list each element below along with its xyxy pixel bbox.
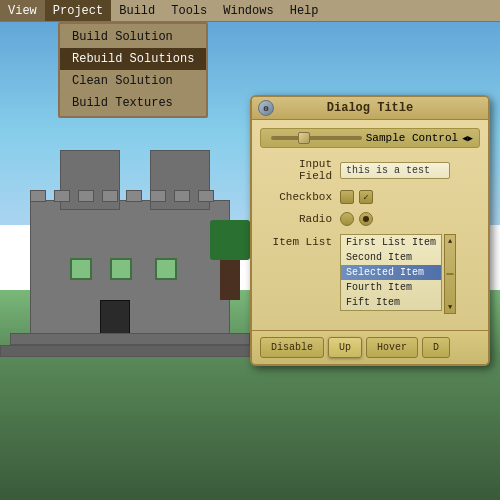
input-field-label: Input Field (260, 158, 332, 182)
dialog-icon: ⚙ (258, 100, 274, 116)
radio-selected[interactable] (359, 212, 373, 226)
menu-view[interactable]: View (0, 0, 45, 21)
project-dropdown: Build Solution Rebuild Solutions Clean S… (58, 22, 208, 118)
list-scrollbar[interactable]: ▲ ▼ (444, 234, 456, 314)
radio-row: Radio (260, 212, 480, 226)
dialog-body: Sample Control ◀▶ Input Field Checkbox R… (252, 120, 488, 330)
menu-build[interactable]: Build (111, 0, 163, 21)
list-item-1[interactable]: Second Item (341, 250, 441, 265)
dropdown-item-build-solution[interactable]: Build Solution (60, 26, 206, 48)
scroll-up-arrow[interactable]: ▲ (445, 235, 455, 247)
menu-tools[interactable]: Tools (163, 0, 215, 21)
scroll-thumb[interactable] (446, 273, 454, 275)
menubar: View Project Build Tools Windows Help (0, 0, 500, 22)
disable-button[interactable]: Disable (260, 337, 324, 358)
item-list-row: Item List First List Item Second Item Se… (260, 234, 480, 314)
slider-track[interactable] (271, 136, 362, 140)
item-list-label: Item List (260, 236, 332, 248)
list-item-3[interactable]: Fourth Item (341, 280, 441, 295)
sample-control-bar: Sample Control ◀▶ (260, 128, 480, 148)
radio-group (340, 212, 373, 226)
d-button[interactable]: D (422, 337, 450, 358)
dropdown-item-build-textures[interactable]: Build Textures (60, 92, 206, 114)
dropdown-item-rebuild-solutions[interactable]: Rebuild Solutions (60, 48, 206, 70)
radio-unselected[interactable] (340, 212, 354, 226)
menu-windows[interactable]: Windows (215, 0, 281, 21)
checkbox-unchecked[interactable] (340, 190, 354, 204)
sample-control-label: Sample Control (366, 132, 458, 144)
hover-button[interactable]: Hover (366, 337, 418, 358)
dialog-footer: Disable Up Hover D (252, 330, 488, 364)
radio-label: Radio (260, 213, 332, 225)
checkbox-row: Checkbox (260, 190, 480, 204)
input-field[interactable] (340, 162, 450, 179)
list-container: First List Item Second Item Selected Ite… (340, 234, 456, 314)
menu-project[interactable]: Project (45, 0, 111, 21)
scroll-down-arrow[interactable]: ▼ (445, 301, 455, 313)
checkbox-label: Checkbox (260, 191, 332, 203)
dialog-titlebar: ⚙ Dialog Title (252, 97, 488, 120)
item-list: First List Item Second Item Selected Ite… (340, 234, 442, 311)
sample-control-arrow[interactable]: ◀▶ (462, 133, 473, 144)
input-row: Input Field (260, 158, 480, 182)
slider-thumb[interactable] (298, 132, 310, 144)
up-button[interactable]: Up (328, 337, 362, 358)
checkbox-group (340, 190, 373, 204)
list-item-0[interactable]: First List Item (341, 235, 441, 250)
dialog: ⚙ Dialog Title Sample Control ◀▶ Input F… (250, 95, 490, 366)
list-item-2[interactable]: Selected Item (341, 265, 441, 280)
dropdown-item-clean-solution[interactable]: Clean Solution (60, 70, 206, 92)
dialog-title: Dialog Title (327, 101, 413, 115)
menu-help[interactable]: Help (282, 0, 327, 21)
list-item-4[interactable]: Fift Item (341, 295, 441, 310)
gear-icon: ⚙ (264, 104, 269, 113)
checkbox-checked[interactable] (359, 190, 373, 204)
